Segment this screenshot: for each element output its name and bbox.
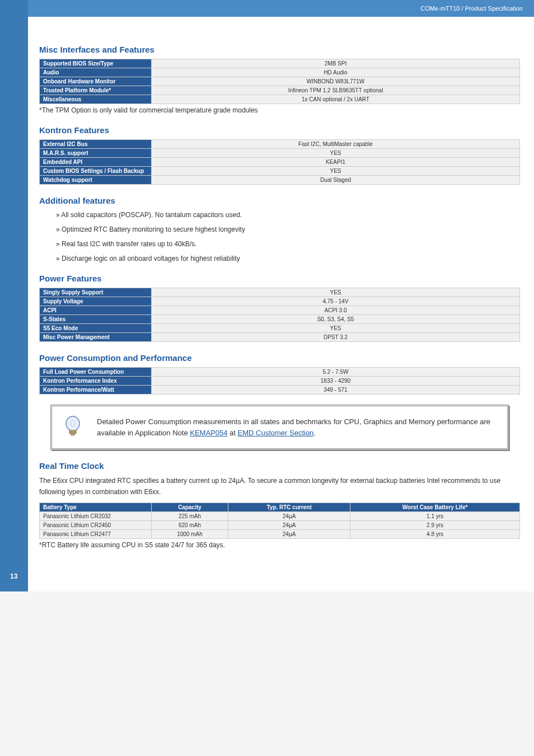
table-header-row: Battery Type Capacity Typ. RTC current W… [40,503,520,511]
row-label: M.A.R.S. support [40,149,152,158]
page: COMe-mTT10 / Product Specification 13 Mi… [0,0,534,591]
table-row: Supply Voltage4.75 - 14V [40,297,520,306]
table-row: ACPIACPI 3.0 [40,306,520,315]
table-row: AudioHD Audio [40,68,520,77]
row-value: Fast I2C, MultiMaster capable [152,140,520,149]
row-value: YES [152,167,520,176]
page-number: 13 [10,572,17,580]
table-row: Custom BIOS Settings / Flash BackupYES [40,167,520,176]
row-value: ACPI 3.0 [152,306,520,315]
row-value: S0, S3, S4, S5 [152,315,520,324]
content: Misc Interfaces and Features Supported B… [39,17,520,591]
row-label: S5 Eco Mode [40,324,152,333]
row-label: Supply Voltage [40,297,152,306]
list-item: » Discharge logic on all onboard voltage… [56,255,520,262]
cell: 620 mAh [152,520,228,529]
row-label: Singly Supply Support [40,288,152,297]
row-value: YES [152,288,520,297]
heading-rtc: Real Time Clock [39,461,520,471]
cell: 1000 mAh [152,529,228,538]
cell: 24µA [228,529,350,538]
table-consumption: Full Load Power Consumption5.2 - 7.5W Ko… [39,367,520,395]
lightbulb-icon [63,416,82,439]
heading-additional: Additional features [39,196,520,205]
row-value: 349 - 571 [152,386,520,395]
row-value: KEAPI1 [152,158,520,167]
table-row: M.A.R.S. supportYES [40,149,520,158]
table-power: Singly Supply SupportYES Supply Voltage4… [39,288,520,342]
info-box: Detailed Power Consumption measurements … [50,405,509,450]
row-label: Embedded API [40,158,152,167]
row-value: Dual Staged [152,176,520,185]
cell: Panasonic Lithium CR2032 [40,511,152,520]
table-row: Panasonic Lithium CR24771000 mAh24µA4.8 … [40,529,520,538]
row-value: DPST 3.2 [152,333,520,342]
table-row: Trusted Platform Module*Infineon TPM 1.2… [40,86,520,95]
table-row: Watchdog supportDual Staged [40,176,520,185]
row-value: Infineon TPM 1.2 SLB9635TT optional [152,86,520,95]
row-value: 2MB SPI [152,59,520,68]
col-header: Battery Type [40,503,152,511]
heading-power: Power Features [39,274,520,283]
bullet-list: » All solid capacitors (POSCAP). No tant… [56,211,520,262]
table-row: External I2C BusFast I2C, MultiMaster ca… [40,140,520,149]
link-kemap054[interactable]: KEMAP054 [190,429,227,437]
table-row: S5 Eco ModeYES [40,324,520,333]
table-kontron: External I2C BusFast I2C, MultiMaster ca… [39,139,520,185]
info-text-mid: at [227,429,237,437]
note-misc: *The TPM Option is only valid for commer… [39,106,520,114]
row-label: S-States [40,315,152,324]
cell: 24µA [228,511,350,520]
table-row: Misc Power ManagementDPST 3.2 [40,333,520,342]
row-value: 4.75 - 14V [152,297,520,306]
col-header: Capacity [152,503,228,511]
row-value: HD Audio [152,68,520,77]
row-label: Audio [40,68,152,77]
row-label: Miscellaneous [40,95,152,104]
row-label: Kontron Performance/Watt [40,386,152,395]
header-bar: COMe-mTT10 / Product Specification [0,0,534,17]
link-emd-customer[interactable]: EMD Customer Section [238,429,314,437]
table-row: Miscellaneous1x CAN optional / 2x UART [40,95,520,104]
cell: Panasonic Lithium CR2477 [40,529,152,538]
row-label: Misc Power Management [40,333,152,342]
heading-consumption: Power Consumption and Performance [39,353,520,363]
table-row: Full Load Power Consumption5.2 - 7.5W [40,368,520,377]
table-battery: Battery Type Capacity Typ. RTC current W… [39,503,520,539]
cell: 225 mAh [152,511,228,520]
rtc-paragraph: The E6xx CPU integrated RTC specifies a … [39,475,520,498]
info-text-post: . [313,429,316,437]
row-label: Supported BIOS Size/Type [40,59,152,68]
row-value: YES [152,149,520,158]
header-title: COMe-mTT10 / Product Specification [420,5,523,12]
row-label: Watchdog support [40,176,152,185]
table-row: Kontron Performance Index1833 - 4290 [40,377,520,386]
row-value: 1x CAN optional / 2x UART [152,95,520,104]
cell: 1.1 yrs [350,511,520,520]
cell: 4.8 yrs [350,529,520,538]
list-item: » Optimized RTC Battery monitoring to se… [56,226,520,233]
table-row: S-StatesS0, S3, S4, S5 [40,315,520,324]
table-row: Supported BIOS Size/Type2MB SPI [40,59,520,68]
table-row: Kontron Performance/Watt349 - 571 [40,386,520,395]
col-header: Worst Case Battery Life* [350,503,520,511]
list-item: » All solid capacitors (POSCAP). No tant… [56,211,520,219]
cell: Panasonic Lithium CR2450 [40,520,152,529]
row-value: 5.2 - 7.5W [152,368,520,377]
row-label: Custom BIOS Settings / Flash Backup [40,167,152,176]
table-row: Singly Supply SupportYES [40,288,520,297]
row-label: Onboard Hardware Monitor [40,77,152,86]
row-label: Full Load Power Consumption [40,368,152,377]
cell: 2.9 yrs [350,520,520,529]
row-value: 1833 - 4290 [152,377,520,386]
row-label: ACPI [40,306,152,315]
svg-point-0 [66,416,79,431]
heading-kontron: Kontron Features [39,125,520,135]
cell: 24µA [228,520,350,529]
row-label: External I2C Bus [40,140,152,149]
table-row: Onboard Hardware MonitorWINBOND W83L771W [40,77,520,86]
sidebar-accent [0,0,28,591]
row-value: WINBOND W83L771W [152,77,520,86]
list-item: » Real fast I2C with transfer rates up t… [56,240,520,248]
row-label: Kontron Performance Index [40,377,152,386]
